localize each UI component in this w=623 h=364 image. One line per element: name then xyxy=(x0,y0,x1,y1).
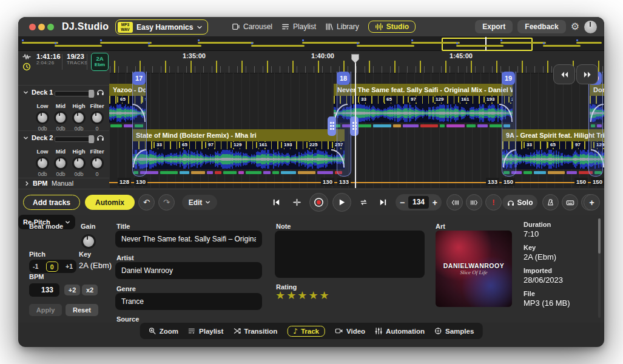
transition-marker-label[interactable]: 17 xyxy=(132,72,146,85)
metronome-button[interactable] xyxy=(542,194,559,211)
bpm-mode-row[interactable]: BPM Manual xyxy=(18,178,109,189)
tab-library[interactable]: Library xyxy=(325,22,359,31)
headphones-icon[interactable] xyxy=(96,133,104,141)
transition-marker-band[interactable] xyxy=(502,72,516,177)
section-chip xyxy=(393,124,401,127)
zoom-in-button[interactable]: + xyxy=(584,194,600,211)
timeline-clip[interactable]: Never The Same feat. Sally Saifi - Origi… xyxy=(334,84,513,131)
alert-button[interactable]: ! xyxy=(485,194,502,211)
skip-to-start-button[interactable] xyxy=(268,194,285,211)
master-bpm-value[interactable]: 134 xyxy=(408,196,429,209)
deck-2-filter-knob[interactable] xyxy=(90,157,104,170)
deck-1-volume-slider[interactable] xyxy=(55,91,95,96)
transition-handle[interactable] xyxy=(328,116,336,136)
transition-handle[interactable] xyxy=(350,116,359,136)
headphones-icon[interactable] xyxy=(96,88,104,96)
automix-button[interactable]: Automix xyxy=(85,195,135,210)
beat-number: 129 xyxy=(433,96,445,103)
section-chip xyxy=(298,171,315,174)
bpm-x2-button[interactable]: x2 xyxy=(82,285,98,295)
tab-playlist[interactable]: Playlist xyxy=(281,22,316,31)
transition-marker-label[interactable]: 19 xyxy=(502,72,515,85)
user-avatar[interactable] xyxy=(584,21,597,33)
pitch-minus-button[interactable]: -1 xyxy=(33,263,38,270)
deck-1-low-knob[interactable] xyxy=(36,111,49,124)
apply-button[interactable]: Apply xyxy=(29,304,62,316)
bpm-plus2-button[interactable]: +2 xyxy=(64,285,80,295)
skip-to-end-button[interactable] xyxy=(375,194,391,211)
bpm-decrease-button[interactable]: − xyxy=(400,198,405,207)
nudge-forward-button[interactable] xyxy=(466,194,482,211)
deck-1-mid-knob[interactable] xyxy=(54,111,67,124)
deck-1-header[interactable]: Deck 1 xyxy=(23,89,53,96)
split-at-playhead-button[interactable] xyxy=(289,194,305,211)
title-input[interactable] xyxy=(115,231,262,248)
genre-input[interactable] xyxy=(115,293,262,310)
dock-samples[interactable]: Samples xyxy=(434,327,474,335)
mix-selector[interactable]: MP3WAV Easy Harmonics xyxy=(115,19,208,35)
nudge-back-button[interactable] xyxy=(446,194,463,211)
minimap-track-segment xyxy=(357,45,414,47)
minimap-marker-dot xyxy=(357,42,359,44)
timeline[interactable]: 1:35:001:40:001:45:00 Yazoo - Don6597Nev… xyxy=(109,51,604,188)
transition-marker-band[interactable] xyxy=(132,72,147,177)
window-close-button[interactable] xyxy=(29,24,36,30)
undo-button[interactable]: ↶ xyxy=(138,194,155,211)
track-bpm-input[interactable] xyxy=(29,283,59,297)
deck-2-mid-knob[interactable] xyxy=(54,157,67,170)
edit-menu-button[interactable]: Edit xyxy=(182,195,217,210)
deck-2-volume-slider[interactable] xyxy=(55,136,95,142)
dock-video[interactable]: Video xyxy=(335,327,365,335)
dock-zoom[interactable]: Zoom xyxy=(149,327,178,335)
settings-gear-icon[interactable]: ⚙ xyxy=(571,22,579,32)
loop-button[interactable] xyxy=(355,194,372,211)
rewind-button[interactable] xyxy=(553,64,575,84)
pitch-plus-button[interactable]: +1 xyxy=(66,263,73,270)
dock-transition[interactable]: Transition xyxy=(233,327,277,335)
deck-1-high-knob[interactable] xyxy=(72,111,86,124)
deck-2-low-knob[interactable] xyxy=(36,157,49,170)
beat-number: 97 xyxy=(205,142,215,148)
timeline-clip[interactable]: State of Mind (Bolster Remix) - Mha Iri3… xyxy=(132,129,345,177)
solo-button[interactable]: Solo xyxy=(502,195,537,210)
tab-studio[interactable]: Studio xyxy=(368,21,416,33)
transition-marker-band[interactable] xyxy=(588,72,603,177)
view-dock: Zoom Playlist Transition ♪ Track Video A… xyxy=(140,323,483,339)
deck-1-filter-knob[interactable] xyxy=(90,111,104,124)
deck-1-section: Deck 1 Low0db Mid0db High0db Filter0 xyxy=(18,85,109,131)
album-art[interactable]: DANIELWANROOY Slice Of Life xyxy=(436,231,512,307)
transition-marker-band[interactable] xyxy=(337,72,351,177)
chevron-down-icon xyxy=(23,135,29,141)
dock-playlist[interactable]: Playlist xyxy=(188,327,223,335)
export-button[interactable]: Export xyxy=(475,20,513,33)
dock-track[interactable]: ♪ Track xyxy=(287,326,325,337)
artist-input[interactable] xyxy=(115,262,262,279)
note-textarea[interactable] xyxy=(275,231,425,278)
redo-button[interactable]: ↷ xyxy=(158,194,175,211)
window-minimize-button[interactable] xyxy=(38,24,45,30)
play-button[interactable] xyxy=(332,193,351,212)
add-tracks-button[interactable]: Add tracks xyxy=(23,195,80,210)
fast-forward-button[interactable] xyxy=(576,64,598,84)
beat-number: 161 xyxy=(458,96,470,103)
window-zoom-button[interactable] xyxy=(47,24,54,30)
reset-button[interactable]: Reset xyxy=(66,304,98,316)
inspector-scrollbar[interactable] xyxy=(598,218,601,318)
keyboard-shortcuts-button[interactable] xyxy=(562,194,578,211)
gain-knob[interactable] xyxy=(81,234,96,249)
bpm-increase-button[interactable]: + xyxy=(433,198,437,207)
tab-carousel[interactable]: Carousel xyxy=(232,22,272,31)
beat-number: 65 xyxy=(117,96,127,103)
deck-2-header[interactable]: Deck 2 xyxy=(23,134,53,141)
bpm-automation-line[interactable] xyxy=(109,182,604,183)
mix-overview-minimap[interactable] xyxy=(18,37,604,51)
dock-automation[interactable]: Automation xyxy=(375,327,425,335)
feedback-button[interactable]: Feedback xyxy=(517,20,565,33)
section-chip xyxy=(191,171,205,174)
record-button[interactable] xyxy=(309,193,328,212)
deck-2-high-knob[interactable] xyxy=(72,157,86,170)
transition-marker-label[interactable]: 18 xyxy=(337,72,350,85)
minimap-viewport[interactable] xyxy=(442,38,533,51)
rating-stars[interactable]: ★★★★★ xyxy=(275,289,331,302)
pitch-zero-button[interactable]: 0 xyxy=(46,261,58,272)
